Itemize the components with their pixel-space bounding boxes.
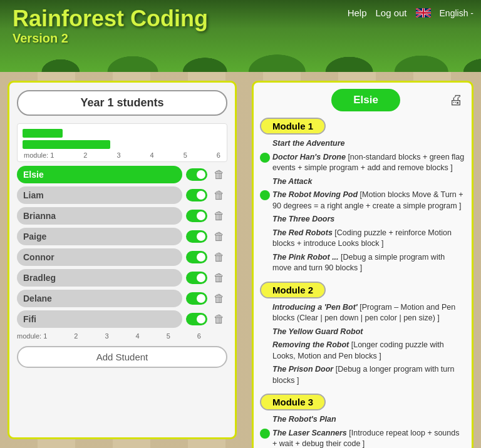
lesson-title: The Robot Moving Pod bbox=[272, 190, 358, 199]
lesson-title: Removing the Robot bbox=[272, 340, 349, 349]
lesson-title: The Prison Door bbox=[272, 365, 333, 374]
lesson-title: Start the Adventure bbox=[272, 139, 345, 148]
bottom-axis-2: 2 bbox=[74, 332, 78, 340]
lesson-status-icon bbox=[260, 252, 270, 262]
lesson-row: Doctor Han's Drone [non-standard blocks … bbox=[260, 152, 465, 174]
flag-icon bbox=[416, 8, 431, 18]
right-inner: Elsie 🖨 Module 1 Start the Adventure Doc… bbox=[252, 81, 473, 448]
axis-label-1: module: 1 bbox=[24, 151, 54, 159]
lesson-status-icon bbox=[260, 176, 270, 186]
toggle-elsie[interactable] bbox=[186, 168, 207, 181]
toggle-brianna[interactable] bbox=[186, 210, 207, 222]
student-name-bradleg[interactable]: Bradleg bbox=[17, 269, 182, 287]
student-row: Delane 🗑 bbox=[17, 290, 227, 307]
chart-bar-row-1 bbox=[23, 129, 222, 138]
lesson-title: The Attack bbox=[272, 177, 312, 186]
bottom-axis-5: 5 bbox=[167, 332, 170, 340]
lesson-status-icon bbox=[260, 340, 270, 350]
module-2-header: Module 2 bbox=[260, 282, 326, 298]
bottom-axis-3: 3 bbox=[105, 332, 108, 340]
lesson-complete-icon bbox=[260, 429, 270, 439]
toggle-liam[interactable] bbox=[186, 189, 207, 201]
student-name-paige[interactable]: Paige bbox=[17, 228, 182, 245]
delete-liam[interactable]: 🗑 bbox=[211, 187, 227, 203]
module-1-section: Module 1 Start the Adventure Doctor Han'… bbox=[260, 118, 465, 274]
student-name-elsie[interactable]: Elsie bbox=[17, 166, 182, 183]
lesson-status-icon bbox=[260, 138, 270, 148]
lesson-row: Introducing a 'Pen Bot' [Program – Motio… bbox=[260, 302, 465, 324]
main-content: Year 1 students module: 1 2 3 4 5 6 bbox=[0, 72, 481, 448]
module-3-section: Module 3 The Robot's Plan The Laser Scan… bbox=[260, 394, 465, 448]
chart-bar-row-2 bbox=[23, 140, 222, 149]
student-name-connor[interactable]: Connor bbox=[17, 248, 182, 266]
lesson-row: The Robot Moving Pod [Motion blocks Move… bbox=[260, 190, 465, 211]
app-subtitle: Version 2 bbox=[13, 31, 208, 46]
language-selector[interactable]: English - bbox=[440, 8, 473, 18]
lesson-status-icon bbox=[260, 414, 270, 424]
student-row: Liam 🗑 bbox=[17, 186, 227, 204]
student-name-liam[interactable]: Liam bbox=[17, 186, 182, 204]
bottom-axis-1: module: 1 bbox=[17, 332, 47, 340]
left-inner: Year 1 students module: 1 2 3 4 5 6 bbox=[8, 81, 237, 439]
toggle-connor[interactable] bbox=[186, 251, 207, 263]
delete-delane[interactable]: 🗑 bbox=[211, 290, 227, 307]
module-2-section: Module 2 Introducing a 'Pen Bot' [Progra… bbox=[260, 282, 465, 387]
logout-link[interactable]: Log out bbox=[375, 8, 406, 18]
header: Rainforest Coding Version 2 Help Log out… bbox=[0, 0, 481, 72]
header-nav: Help Log out English - bbox=[348, 8, 473, 18]
lesson-complete-icon bbox=[260, 153, 270, 163]
lesson-status-icon bbox=[260, 214, 270, 224]
lesson-title: The Laser Scanners bbox=[272, 429, 347, 437]
student-row: Paige 🗑 bbox=[17, 228, 227, 245]
left-panel: Year 1 students module: 1 2 3 4 5 6 bbox=[0, 72, 244, 448]
axis-label-3: 3 bbox=[116, 151, 120, 159]
axis-label-2: 2 bbox=[83, 151, 87, 159]
lesson-status-icon bbox=[260, 302, 270, 312]
print-icon[interactable]: 🖨 bbox=[447, 91, 465, 109]
progress-chart: module: 1 2 3 4 5 6 bbox=[17, 123, 227, 162]
lesson-title: The Yellow Guard Robot bbox=[272, 327, 363, 336]
delete-elsie[interactable]: 🗑 bbox=[211, 166, 227, 183]
toggle-fifi[interactable] bbox=[186, 313, 207, 325]
student-row: Connor 🗑 bbox=[17, 248, 227, 266]
lesson-row: Removing the Robot [Longer coding puzzle… bbox=[260, 340, 465, 362]
bottom-axis-6: 6 bbox=[197, 332, 201, 340]
student-list: Elsie 🗑 Liam 🗑 Brianna 🗑 bbox=[17, 166, 227, 328]
student-name-brianna[interactable]: Brianna bbox=[17, 207, 182, 225]
chart-bar-1 bbox=[23, 129, 63, 138]
lesson-status-icon bbox=[260, 364, 270, 374]
lesson-row: Start the Adventure bbox=[260, 138, 465, 150]
lesson-row: The Red Robots [Coding puzzle + reinforc… bbox=[260, 228, 465, 250]
header-tree-decoration bbox=[13, 47, 481, 72]
lesson-complete-icon bbox=[260, 190, 270, 200]
student-row: Fifi 🗑 bbox=[17, 310, 227, 328]
student-name-fifi[interactable]: Fifi bbox=[17, 310, 182, 328]
lesson-row: The Laser Scanners [Introduce repeat loo… bbox=[260, 428, 465, 449]
module-1-header: Module 1 bbox=[260, 118, 326, 135]
add-student-button[interactable]: Add Student bbox=[17, 346, 227, 368]
chart-bar-2 bbox=[23, 140, 110, 149]
delete-paige[interactable]: 🗑 bbox=[211, 228, 227, 245]
student-row: Brianna 🗑 bbox=[17, 207, 227, 225]
student-name-delane[interactable]: Delane bbox=[17, 290, 182, 307]
lesson-row: The Attack bbox=[260, 176, 465, 188]
selected-student-row: Elsie 🖨 bbox=[260, 89, 465, 111]
module-3-header: Module 3 bbox=[260, 394, 326, 410]
delete-fifi[interactable]: 🗑 bbox=[211, 311, 227, 327]
axis-label-6: 6 bbox=[217, 151, 220, 159]
lesson-title: The Pink Robot ... bbox=[272, 253, 339, 262]
help-link[interactable]: Help bbox=[348, 8, 367, 18]
year-students-label: Year 1 students bbox=[17, 90, 227, 116]
lesson-row: The Prison Door [Debug a longer program … bbox=[260, 364, 465, 386]
delete-brianna[interactable]: 🗑 bbox=[211, 208, 227, 224]
toggle-delane[interactable] bbox=[186, 292, 207, 305]
bottom-axis-4: 4 bbox=[136, 332, 140, 340]
lesson-title: The Red Robots bbox=[272, 228, 333, 237]
delete-connor[interactable]: 🗑 bbox=[211, 249, 227, 265]
toggle-paige[interactable] bbox=[186, 230, 207, 243]
toggle-bradleg[interactable] bbox=[186, 272, 207, 284]
lesson-title: Doctor Han's Drone bbox=[272, 153, 346, 161]
delete-bradleg[interactable]: 🗑 bbox=[211, 270, 227, 286]
selected-student-button[interactable]: Elsie bbox=[331, 89, 400, 111]
app-title: Rainforest Coding bbox=[13, 6, 208, 31]
